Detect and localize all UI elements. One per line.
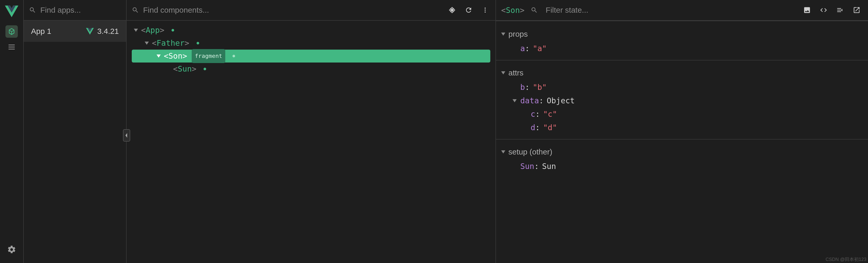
settings-icon[interactable]: [5, 243, 18, 256]
app-version: 3.4.21: [97, 27, 119, 36]
scroll-to-icon[interactable]: [835, 5, 845, 15]
tree-node-father[interactable]: <Father>: [127, 37, 495, 50]
search-icon: [531, 6, 538, 14]
state-toolbar: <Son>: [496, 0, 868, 21]
state-pane: <Son> props a: "a" attrs b: "b": [496, 0, 868, 263]
watermark: CSDN @田本初123: [826, 256, 866, 262]
attr-row-data[interactable]: data: Object: [496, 94, 868, 108]
refresh-icon[interactable]: [463, 5, 474, 15]
apps-search-input[interactable]: [40, 6, 138, 14]
attr-nested-row[interactable]: d: "d": [496, 121, 868, 134]
inspect-dom-icon[interactable]: [802, 5, 812, 15]
components-tab-icon[interactable]: [5, 25, 18, 38]
attr-row[interactable]: b: "b": [496, 81, 868, 94]
selected-component-name: <Son>: [501, 6, 524, 15]
tree-node-app[interactable]: <App>: [127, 24, 495, 37]
search-icon: [132, 6, 139, 14]
setup-row[interactable]: Sun: Sun: [496, 160, 868, 173]
tree-node-sun[interactable]: <Sun>: [127, 62, 495, 76]
section-setup[interactable]: setup (other): [496, 144, 868, 160]
apps-search: [24, 0, 126, 21]
split-handle[interactable]: [123, 129, 130, 142]
app-list-item[interactable]: App 1 3.4.21: [24, 21, 126, 42]
tree-toolbar: [127, 0, 495, 21]
fragment-badge: fragment: [192, 49, 225, 63]
tree-node-son[interactable]: <Son> fragment: [132, 50, 490, 62]
tree-body: <App> <Father> <Son> fragment <Sun>: [127, 21, 495, 263]
timeline-tab-icon[interactable]: [5, 41, 18, 53]
vue-logo: [5, 5, 18, 18]
svg-point-2: [485, 11, 486, 12]
svg-point-1: [485, 9, 486, 10]
target-icon[interactable]: [447, 5, 457, 15]
open-in-editor-icon[interactable]: [818, 5, 829, 15]
more-icon[interactable]: [480, 5, 490, 15]
left-rail: [0, 0, 24, 263]
attr-nested-row[interactable]: c: "c": [496, 108, 868, 121]
section-props[interactable]: props: [496, 26, 868, 42]
state-filter-input[interactable]: [546, 6, 802, 14]
app-name: App 1: [31, 27, 86, 36]
tree-search-input[interactable]: [143, 6, 442, 14]
state-body: props a: "a" attrs b: "b" data: Object c…: [496, 21, 868, 263]
prop-row[interactable]: a: "a": [496, 42, 868, 55]
component-tree-pane: <App> <Father> <Son> fragment <Sun>: [127, 0, 496, 263]
apps-pane: App 1 3.4.21: [24, 0, 127, 263]
section-attrs[interactable]: attrs: [496, 65, 868, 81]
vue-mini-icon: [86, 27, 94, 35]
svg-point-0: [485, 7, 486, 8]
popout-icon[interactable]: [851, 5, 862, 15]
search-icon: [29, 6, 36, 14]
